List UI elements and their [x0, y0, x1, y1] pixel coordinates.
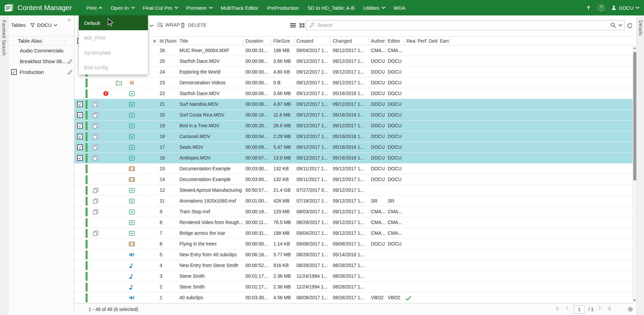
menu-preproduction[interactable]: PreProduction [263, 0, 303, 15]
row-checkbox[interactable]: ✓ [77, 134, 83, 139]
table-row[interactable]: 11Animations 1920x1080.mxf00:01:00...428… [74, 196, 633, 207]
column-header-read[interactable]: Read [407, 38, 416, 44]
table-row[interactable]: 22Starfish Dace.MOV00:00:06...3.66 MB09/… [74, 88, 633, 99]
edit-pen-icon[interactable] [67, 70, 73, 76]
last-page-button[interactable] [607, 307, 610, 311]
row-checkbox[interactable]: ✓ [77, 101, 83, 107]
print-menu-item-mr-print[interactable]: MR_Print [79, 30, 148, 45]
cell-editor [388, 260, 405, 271]
details-tab[interactable]: Details [638, 15, 643, 36]
table-row[interactable]: 15Documentation Example00:03:00...132 KB… [74, 164, 633, 174]
table-row[interactable]: 6Flying in the trees00:00:00...1.14 KB09… [74, 239, 633, 250]
refresh-icon[interactable] [627, 22, 633, 30]
menu-premiere[interactable]: Premiere [182, 0, 216, 15]
upload-arrow-icon[interactable] [586, 5, 591, 11]
table-row[interactable]: 140 subclips00:03:30...4.56 MB08/09/2017… [74, 292, 633, 303]
close-icon[interactable]: × [67, 17, 71, 24]
print-menu-item-default[interactable]: Default [79, 15, 148, 30]
column-header-duration[interactable]: Duration [246, 38, 271, 44]
vertical-scrollbar[interactable] [633, 45, 636, 303]
prev-page-button[interactable] [567, 307, 569, 309]
wrap-button[interactable]: WRAP [157, 22, 180, 28]
table-row[interactable]: ✓19Bird in a Tree.MOV00:00:20...28.6 MB0… [74, 121, 633, 131]
menu-print[interactable]: Print [82, 0, 106, 15]
cell-author [371, 271, 386, 281]
table-alias-item[interactable]: ✓Production [8, 67, 74, 78]
column-header-size[interactable]: FileSize [273, 38, 294, 44]
row-checkbox[interactable]: ✓ [77, 123, 83, 129]
scroll-up-arrow[interactable] [633, 47, 636, 49]
table-row[interactable]: ✓20Surf Costa Rica.MOV00:00:18...11.6 MB… [74, 110, 633, 121]
table-row[interactable]: 7Bridge across the Isar00:00:31...198 MB… [74, 228, 633, 239]
cell-duration: 00:00:00... [246, 67, 271, 77]
gear-icon[interactable] [627, 306, 633, 313]
search-chevron-down-icon[interactable] [619, 22, 622, 26]
grid-view-icon[interactable] [299, 23, 305, 28]
row-checkbox[interactable]: ✓ [77, 155, 83, 161]
filter-chevron-down-icon[interactable] [54, 22, 57, 26]
row-checkbox[interactable]: ✓ [77, 144, 83, 150]
table-row[interactable]: 2Steve Smith00:01:17...2.36 MB11/24/1994… [74, 282, 633, 292]
table-row[interactable]: ✓17Seals.MOV00:00:09...5.47 MB09/12/2017… [74, 142, 633, 153]
magic-wand-icon[interactable] [309, 22, 315, 28]
menu-multitrack-editor[interactable]: MultiTrack Editor [216, 0, 263, 15]
column-header-changed[interactable]: Changed [333, 38, 369, 44]
menu-wda[interactable]: WDA [389, 0, 410, 15]
table-row[interactable]: 4New Entry from Steve Smith00:00:52...81… [74, 260, 633, 271]
scroll-down-arrow[interactable] [633, 300, 636, 302]
table-row[interactable]: 5New Entry from 40 subclips00:06:18...5.… [74, 250, 633, 260]
column-header-title[interactable]: Title [179, 38, 244, 44]
table-row[interactable]: 23Demonstration Videos00:00:00...0 B09/1… [74, 78, 633, 88]
table-row[interactable]: ✓16Antilopes.MOV00:00:07...13.0 MB09/12/… [74, 153, 633, 164]
next-page-button[interactable] [598, 307, 600, 309]
table-filter-value[interactable]: DOCU [37, 22, 52, 28]
delete-button[interactable]: DELETE [180, 22, 207, 28]
filter-funnel-icon[interactable] [30, 23, 35, 28]
table-row[interactable]: 12Stewed Apricot Manufacturing00:50:57..… [74, 185, 633, 196]
table-row[interactable]: 24Exploring the World00:00:00...4.80 KB0… [74, 67, 633, 78]
column-header-id[interactable]: Id (Numb [160, 38, 176, 44]
menu-sd-to-hd-table-a-b[interactable]: SD to HD_Table: A-B [303, 0, 359, 15]
menu-utilities[interactable]: Utilities [359, 0, 389, 15]
list-view-icon[interactable] [290, 23, 296, 28]
cell-duration: 00:00:06... [246, 88, 271, 99]
print-menu-item-sp-template[interactable]: Sp.template [79, 45, 148, 60]
table-alias-item[interactable]: Audio Commercials [8, 45, 74, 56]
table-row[interactable]: ✓18Carousel.MOV00:00:04...2.29 MB09/12/2… [74, 131, 633, 142]
first-page-button[interactable] [556, 307, 560, 311]
column-header-author[interactable]: Author [371, 38, 386, 44]
column-header-created[interactable]: Created [297, 38, 331, 44]
user-menu[interactable]: DOCU [611, 5, 639, 11]
menu-label: Print [86, 5, 97, 11]
row-checkbox[interactable]: ✓ [77, 112, 83, 118]
column-header-delet[interactable]: Delet [429, 38, 438, 44]
table-row[interactable]: 9Tram Stop.mxf00:00:18...129 MB08/03/201… [74, 207, 633, 217]
menu-label: MultiTrack Editor [221, 5, 258, 11]
table-alias-item[interactable]: Breakfast Show 06... [8, 56, 74, 67]
table-row[interactable]: 26MUC River_00004.MXF00:00:31...198 MB09… [74, 45, 633, 56]
table-row[interactable]: ✓21Surf Namibia.MOV00:00:06...4.87 MB09/… [74, 99, 633, 110]
help-icon[interactable]: ? [598, 5, 604, 11]
menu-open-in[interactable]: Open In [106, 0, 138, 15]
table-row[interactable]: 8Rendered Video from Rough...00:00:11...… [74, 217, 633, 228]
faceted-search-tab[interactable]: Faceted Search [1, 15, 7, 56]
speaker-icon [129, 252, 135, 258]
toolbar-chevron-down-icon[interactable] [150, 23, 153, 27]
table-row[interactable]: 25Starfish Dace.MOV00:00:06...3.66 MB09/… [74, 56, 633, 67]
menu-final-cut-pro[interactable]: Final Cut Pro [139, 0, 182, 15]
search-input[interactable] [318, 22, 607, 28]
table-alias-header[interactable]: Table Alias [8, 36, 74, 45]
column-header-perf[interactable]: Perf [418, 38, 427, 44]
print-menu-item-bad-config[interactable]: Bad config [79, 60, 148, 75]
edit-pen-icon[interactable] [67, 59, 73, 65]
search-icon[interactable] [610, 22, 616, 28]
table-row[interactable]: 3Steve Smith00:01:17...2.36 MB11/24/1994… [74, 271, 633, 282]
topbar-right: ? DOCU [586, 5, 644, 11]
column-header-editor[interactable]: Editor [388, 38, 405, 44]
column-header-ears[interactable]: Ears [440, 38, 449, 44]
page-number-input[interactable]: 1 [574, 305, 585, 314]
alias-checkbox[interactable]: ✓ [11, 69, 17, 75]
status-bar-indicator [86, 132, 88, 141]
scrollbar-thumb[interactable] [633, 52, 636, 180]
table-row[interactable]: 14Documentation Example00:03:00...132 KB… [74, 174, 633, 185]
